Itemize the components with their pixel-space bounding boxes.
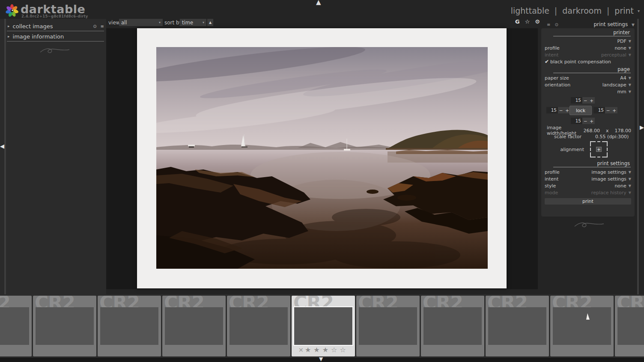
view-lighttable[interactable]: lighttable bbox=[511, 6, 549, 15]
align-top-right-button[interactable] bbox=[602, 141, 608, 146]
view-darkroom[interactable]: darkroom bbox=[562, 6, 602, 15]
star-empty-icon[interactable]: ☆ bbox=[340, 346, 346, 354]
page-section-header[interactable]: page bbox=[553, 66, 631, 73]
left-panel-handle[interactable] bbox=[4, 19, 6, 294]
plus-icon[interactable]: + bbox=[590, 119, 593, 124]
presets-icon[interactable]: ≡ bbox=[547, 22, 550, 27]
minus-icon[interactable]: − bbox=[584, 98, 587, 103]
mode-dropdown[interactable]: replace history ▼ bbox=[591, 190, 631, 196]
right-panel-header-icons: ≡ ⊙ bbox=[547, 22, 558, 27]
orientation-row: orientation landscape ▼ bbox=[541, 81, 635, 88]
sort-direction-button[interactable]: ▲ bbox=[207, 19, 213, 26]
margin-right-spinner[interactable]: 15 − + bbox=[593, 107, 617, 113]
right-panel-handle[interactable] bbox=[637, 19, 639, 294]
quick-access-icons: G ☆ ⚙ bbox=[515, 18, 540, 25]
filmstrip-thumbnail[interactable]: CR2 bbox=[550, 296, 614, 356]
star-filled-icon[interactable]: ★ bbox=[313, 346, 319, 354]
align-middle-right-button[interactable] bbox=[602, 148, 608, 151]
collect-images-section[interactable]: ▸ collect images ⊙ ≡ bbox=[8, 21, 104, 31]
thumbnail-photo bbox=[488, 307, 546, 345]
filmstrip-thumbnail[interactable]: CR2 ✕ ★★★☆☆ bbox=[292, 296, 355, 356]
units-value: mm bbox=[617, 89, 626, 95]
star-filled-icon[interactable]: ★ bbox=[305, 346, 311, 354]
presets-icon[interactable]: ≡ bbox=[101, 24, 104, 29]
align-bottom-center-button[interactable] bbox=[597, 152, 600, 157]
sort-dropdown[interactable]: time ▾ bbox=[180, 19, 206, 26]
expand-triangle-icon: ▸ bbox=[8, 34, 10, 39]
chevron-down-icon: ▼ bbox=[629, 177, 631, 181]
minus-icon[interactable]: − bbox=[559, 108, 563, 113]
printer-intent-dropdown[interactable]: perceptual ▼ bbox=[601, 52, 631, 58]
top-panel-collapse-icon[interactable]: ▲ bbox=[316, 0, 321, 6]
filmstrip-thumbnail[interactable]: CR2 bbox=[421, 296, 484, 356]
paper-size-value: A4 bbox=[620, 75, 626, 81]
grouping-icon[interactable]: G bbox=[515, 18, 520, 25]
thumbnail-photo bbox=[423, 307, 482, 345]
minus-icon[interactable]: − bbox=[584, 119, 587, 124]
image-information-section[interactable]: ▸ image information bbox=[8, 32, 104, 41]
printer-device-value: PDF bbox=[617, 39, 626, 44]
filmstrip-thumbnail[interactable]: CR2 bbox=[615, 296, 644, 356]
align-bottom-right-button[interactable] bbox=[602, 152, 608, 157]
bottom-panel-collapse-icon[interactable]: ▼ bbox=[319, 356, 323, 362]
units-dropdown[interactable]: mm ▼ bbox=[617, 89, 631, 95]
print-profile-dropdown[interactable]: image settings ▼ bbox=[591, 169, 631, 175]
black-point-compensation-checkbox[interactable]: ✔ black point compensation bbox=[541, 58, 635, 65]
dimension-x-separator: x bbox=[606, 128, 609, 134]
print-intent-dropdown[interactable]: image settings ▼ bbox=[591, 176, 631, 182]
right-panel-title[interactable]: print settings ▼ bbox=[582, 21, 635, 27]
printer-device-dropdown[interactable]: PDF ▼ bbox=[617, 39, 631, 44]
right-panel-collapse-icon[interactable]: ▶ bbox=[640, 124, 644, 131]
align-top-left-button[interactable] bbox=[590, 141, 596, 146]
views-dropdown-icon[interactable]: ▾ bbox=[638, 9, 640, 13]
thumbnail-footer: ✕ ★★★☆☆ bbox=[292, 346, 355, 354]
mode-row: mode replace history ▼ bbox=[541, 189, 635, 196]
thumbnail-photo bbox=[359, 307, 417, 345]
scale-factor-value: 0.55 (dpi:300) bbox=[595, 134, 629, 139]
filmstrip-thumbnail[interactable]: CR2 bbox=[33, 296, 96, 356]
reject-icon[interactable]: ✕ bbox=[298, 347, 304, 353]
print-button[interactable]: print bbox=[545, 198, 631, 205]
top-bar: darktable 2.4.0rc2+15~g8c81fd8c6-dirty ▲… bbox=[0, 0, 644, 19]
printer-section-header[interactable]: printer bbox=[553, 30, 631, 36]
align-middle-left-button[interactable] bbox=[590, 148, 596, 151]
filmstrip-thumbnail[interactable]: CR2 bbox=[486, 296, 549, 356]
plus-icon[interactable]: + bbox=[612, 108, 616, 113]
plus-icon[interactable]: + bbox=[590, 98, 593, 103]
filmstrip-thumbnail[interactable]: CR2 bbox=[227, 296, 290, 356]
view-print[interactable]: print bbox=[614, 6, 634, 15]
plus-icon[interactable]: + bbox=[565, 108, 569, 113]
orientation-dropdown[interactable]: landscape ▼ bbox=[602, 82, 631, 88]
printer-profile-row: profile none ▼ bbox=[541, 45, 635, 51]
gear-icon[interactable]: ⚙ bbox=[535, 18, 540, 25]
align-top-center-button[interactable] bbox=[597, 141, 600, 146]
reset-icon[interactable]: ⊙ bbox=[555, 22, 558, 27]
margin-left-spinner[interactable]: 15 − + bbox=[546, 107, 570, 113]
filmstrip-thumbnail[interactable]: CR2 bbox=[98, 296, 161, 356]
panel-end-flourish bbox=[39, 45, 71, 56]
margin-top-spinner[interactable]: 15 − + bbox=[571, 97, 595, 104]
align-bottom-left-button[interactable] bbox=[590, 152, 596, 157]
style-dropdown[interactable]: none ▼ bbox=[614, 183, 631, 189]
left-panel-collapse-icon[interactable]: ◀ bbox=[0, 143, 4, 149]
filmstrip-thumbnail[interactable]: CR2 bbox=[0, 296, 32, 356]
margins-lock-button[interactable]: lock bbox=[569, 106, 592, 115]
intent-value: perceptual bbox=[601, 52, 626, 58]
mode-label: mode bbox=[545, 190, 558, 196]
align-center-button[interactable]: + bbox=[596, 147, 602, 152]
orientation-value: landscape bbox=[602, 82, 626, 88]
filmstrip-thumbnail[interactable]: CR2 bbox=[356, 296, 420, 356]
favorites-star-icon[interactable]: ☆ bbox=[525, 18, 530, 25]
margin-bottom-spinner[interactable]: 15 − + bbox=[571, 118, 595, 124]
print-profile-label: profile bbox=[545, 169, 560, 175]
minus-icon[interactable]: − bbox=[606, 108, 610, 113]
star-filled-icon[interactable]: ★ bbox=[322, 346, 328, 354]
print-settings-section-header[interactable]: print settings bbox=[553, 160, 631, 167]
filmstrip-thumbnail[interactable]: CR2 bbox=[162, 296, 226, 356]
printer-profile-dropdown[interactable]: none ▼ bbox=[614, 45, 631, 51]
paper-size-dropdown[interactable]: A4 ▼ bbox=[620, 75, 631, 81]
star-empty-icon[interactable]: ☆ bbox=[331, 346, 337, 354]
view-filter-dropdown[interactable]: all ▾ bbox=[119, 19, 163, 26]
reset-icon[interactable]: ⊙ bbox=[93, 24, 96, 29]
paper-sheet bbox=[137, 28, 507, 288]
